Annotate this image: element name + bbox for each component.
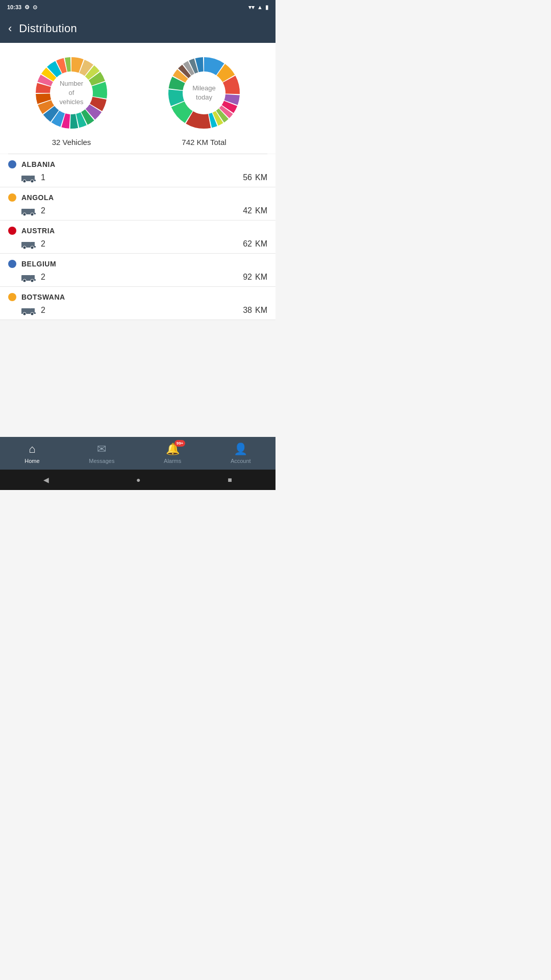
svg-point-5 <box>23 180 26 183</box>
android-recent[interactable]: ■ <box>228 476 232 484</box>
home-icon: ⌂ <box>29 443 35 456</box>
mileage-value: 42 <box>243 206 252 215</box>
nav-home[interactable]: ⌂ Home <box>24 443 39 464</box>
vehicle-count: 2 <box>41 273 45 282</box>
wifi-icon: ▾▾ <box>248 4 255 11</box>
country-color-dot <box>8 260 16 268</box>
truck-icon <box>21 239 36 249</box>
vehicle-count: 1 <box>41 173 45 182</box>
svg-marker-8 <box>31 209 35 213</box>
mileage-value: 56 <box>243 173 252 182</box>
svg-point-26 <box>31 312 34 315</box>
country-item: BOTSWANA 2 38 KM <box>0 287 276 320</box>
nav-account-label: Account <box>231 458 251 464</box>
truck-icon <box>21 173 36 183</box>
android-nav: ◀ ● ■ <box>0 470 276 490</box>
mileage-unit: KM <box>255 173 267 182</box>
svg-point-15 <box>23 246 26 249</box>
svg-point-10 <box>23 213 26 216</box>
svg-point-25 <box>23 312 26 315</box>
signal-icon: ▲ <box>257 4 263 10</box>
time: 10:33 <box>7 4 21 10</box>
nav-messages[interactable]: ✉ Messages <box>89 443 114 464</box>
svg-point-20 <box>23 279 26 282</box>
nav-alarms[interactable]: 🔔 99+ Alarms <box>164 443 181 464</box>
status-bar: 10:33 ⚙ ⊙ ▾▾ ▲ ▮ <box>0 0 276 14</box>
truck-icon <box>21 206 36 216</box>
svg-point-11 <box>31 213 34 216</box>
svg-point-6 <box>31 180 34 183</box>
mileage-total: 742 KM Total <box>182 138 226 146</box>
svg-point-16 <box>31 246 34 249</box>
vehicles-total: 32 Vehicles <box>52 138 91 146</box>
country-color-dot <box>8 293 16 301</box>
nav-account[interactable]: 👤 Account <box>231 443 251 464</box>
svg-marker-3 <box>31 176 35 180</box>
country-color-dot <box>8 227 16 235</box>
country-color-dot <box>8 160 16 168</box>
mileage-value: 38 <box>243 306 252 315</box>
country-color-dot <box>8 193 16 202</box>
mileage-unit: KM <box>255 206 267 215</box>
page-title: Distribution <box>19 22 77 35</box>
country-item: AUSTRIA 2 62 KM <box>0 220 276 254</box>
svg-marker-23 <box>31 308 35 312</box>
country-name: AUSTRIA <box>21 227 55 235</box>
vehicles-chart: Numberofvehicles 32 Vehicles <box>31 52 112 146</box>
alarms-badge: 99+ <box>174 440 186 447</box>
android-home[interactable]: ● <box>136 476 140 484</box>
header: ‹ Distribution <box>0 14 276 43</box>
svg-marker-13 <box>31 242 35 246</box>
vehicles-donut: Numberofvehicles <box>31 52 112 134</box>
vehicle-count: 2 <box>41 206 45 215</box>
mileage-unit: KM <box>255 273 267 282</box>
mileage-donut: Mileagetoday <box>163 52 245 134</box>
content-wrapper: Numberofvehicles 32 Vehicles Mileagetoda… <box>0 43 276 437</box>
back-button[interactable]: ‹ <box>8 22 12 35</box>
country-item: ANGOLA 2 42 KM <box>0 187 276 220</box>
svg-point-21 <box>31 279 34 282</box>
country-name: BELGIUM <box>21 260 56 268</box>
at-icon: ⊙ <box>33 4 37 11</box>
svg-marker-18 <box>31 275 35 279</box>
nav-home-label: Home <box>24 458 39 464</box>
mileage-donut-svg <box>163 52 245 134</box>
country-name: BOTSWANA <box>21 293 65 301</box>
country-item: BELGIUM 2 92 KM <box>0 254 276 287</box>
country-list: ALBANIA 1 56 KM <box>0 154 276 320</box>
nav-messages-label: Messages <box>89 458 114 464</box>
bottom-nav: ⌂ Home ✉ Messages 🔔 99+ Alarms 👤 Account <box>0 437 276 470</box>
charts-section: Numberofvehicles 32 Vehicles Mileagetoda… <box>0 43 276 154</box>
mileage-unit: KM <box>255 306 267 315</box>
settings-icon: ⚙ <box>24 4 30 11</box>
mileage-value: 62 <box>243 239 252 249</box>
battery-icon: ▮ <box>265 4 268 11</box>
vehicle-count: 2 <box>41 239 45 249</box>
country-name: ANGOLA <box>21 193 54 202</box>
truck-icon <box>21 272 36 282</box>
vehicles-donut-svg <box>31 52 112 134</box>
mileage-unit: KM <box>255 239 267 249</box>
nav-alarms-label: Alarms <box>164 458 181 464</box>
account-icon: 👤 <box>234 443 247 456</box>
mileage-value: 92 <box>243 273 252 282</box>
truck-icon <box>21 305 36 315</box>
country-name: ALBANIA <box>21 160 56 168</box>
mileage-chart: Mileagetoday 742 KM Total <box>163 52 245 146</box>
messages-icon: ✉ <box>97 443 106 456</box>
country-item: ALBANIA 1 56 KM <box>0 154 276 187</box>
vehicle-count: 2 <box>41 306 45 315</box>
android-back[interactable]: ◀ <box>43 476 49 484</box>
